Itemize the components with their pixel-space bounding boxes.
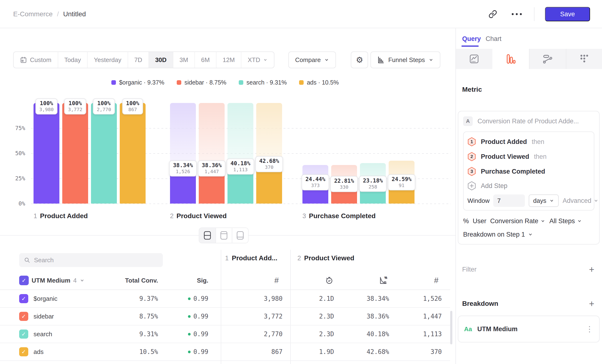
table-only-icon — [236, 231, 244, 240]
legend-label: ads · 10.5% — [307, 79, 339, 86]
report-tab-insights[interactable] — [456, 49, 492, 69]
tab-chart[interactable]: Chart — [486, 32, 501, 45]
row-step1-count: 3,772 — [237, 313, 283, 320]
measure-user[interactable]: User — [473, 217, 486, 225]
legend-item-organic[interactable]: $organic · 9.37% — [111, 79, 164, 86]
bar-sidebar-step1[interactable]: 100%3,772 — [62, 103, 88, 203]
row-step2-pct: 38.36% — [341, 313, 389, 320]
kebab-menu-icon[interactable]: ⋮ — [586, 324, 593, 334]
bar-ads-step1[interactable]: 100%867 — [120, 103, 146, 203]
bar-sidebar-step3[interactable]: 22.81%330 — [331, 103, 357, 203]
bar-search-step1[interactable]: 100%2,770 — [91, 103, 117, 203]
chevron-down-icon — [324, 57, 329, 63]
range-7d[interactable]: 7D — [128, 52, 149, 68]
report-tab-funnels[interactable] — [492, 49, 529, 69]
legend-item-search[interactable]: search · 9.31% — [239, 79, 287, 86]
hash-icon[interactable]: # — [434, 276, 439, 285]
conversion-rate-select[interactable]: Conversion Rate — [490, 217, 546, 225]
legend-item-ads[interactable]: ads · 10.5% — [299, 79, 339, 86]
add-breakdown-button[interactable]: + — [589, 299, 594, 308]
row-checkbox[interactable]: ✓ — [19, 347, 28, 356]
bar-value-chip: 100%3,980 — [35, 98, 57, 115]
bar-organic-step3[interactable]: 24.44%373 — [302, 103, 328, 203]
total-conv-header[interactable]: Total Conv. — [110, 277, 158, 284]
view-toggle-split-horizontal[interactable] — [199, 228, 215, 243]
row-checkbox[interactable]: ✓ — [19, 294, 28, 303]
query-step-3[interactable]: 3Purchase Completed — [467, 164, 590, 179]
bar-ads-step2[interactable]: 42.68%370 — [256, 103, 282, 203]
add-filter-button[interactable]: + — [589, 265, 594, 274]
range-label: XTD — [247, 56, 260, 64]
bar-search-step3[interactable]: 23.18%258 — [360, 103, 386, 203]
range-3m[interactable]: 3M — [173, 52, 194, 68]
breakdown-column-header[interactable]: ✓ UTM Medium 4 — [19, 276, 85, 285]
range-30d[interactable]: 30D — [149, 52, 173, 68]
funnel-steps-card: 1Product Addedthen2Product Viewedthen3Pu… — [463, 131, 594, 211]
metric-title-row[interactable]: A Conversion Rate of Product Adde... — [463, 116, 594, 127]
range-today[interactable]: Today — [58, 52, 87, 68]
window-value-input[interactable] — [493, 194, 525, 207]
all-steps-select[interactable]: All Steps — [549, 217, 582, 225]
bar-sidebar-step2[interactable]: 38.36%1,447 — [199, 103, 225, 203]
view-toggle-chart-only[interactable] — [215, 228, 232, 243]
conversion-chart-icon[interactable]: % — [379, 276, 387, 285]
bar-count: 2,770 — [97, 107, 111, 112]
breadcrumb-current[interactable]: Untitled — [63, 10, 86, 18]
table-scrollbar[interactable] — [450, 311, 452, 344]
query-step-2[interactable]: 2Product Viewedthen — [467, 149, 590, 164]
copy-link-icon[interactable] — [486, 7, 500, 21]
bar-organic-step2[interactable]: 38.34%1,526 — [170, 103, 196, 203]
breakdown-on-step-select[interactable]: Breakdown on Step 1 — [463, 230, 594, 239]
range-label: 12M — [223, 56, 235, 64]
advanced-toggle[interactable]: Advanced — [562, 197, 598, 204]
query-step-1[interactable]: 1Product Addedthen — [467, 134, 590, 149]
chart-settings-button[interactable]: ⚙ — [351, 52, 368, 68]
range-12m[interactable]: 12M — [216, 52, 241, 68]
chevron-down-icon — [593, 198, 599, 203]
sig-value: 0.99 — [193, 348, 208, 355]
bar-search-step2[interactable]: 40.18%1,113 — [227, 103, 253, 203]
range-6m[interactable]: 6M — [194, 52, 216, 68]
save-button[interactable]: Save — [545, 7, 590, 21]
table-header-row: ✓ UTM Medium 4 Total Conv. Sig. # % # — [0, 271, 450, 290]
view-toggle-table-only[interactable] — [232, 228, 248, 243]
bar-value-chip: 100%3,772 — [64, 98, 86, 115]
compare-button[interactable]: Compare — [288, 52, 336, 68]
more-options-icon[interactable] — [510, 7, 524, 21]
solid-bar — [120, 103, 146, 203]
bar-ads-step3[interactable]: 24.59%91 — [389, 103, 415, 203]
add-step-button[interactable]: Add Step — [467, 179, 590, 193]
report-tab-retention[interactable] — [566, 49, 602, 69]
date-range-toolbar: CustomTodayYesterday7D30D3M6M12MXTD Comp… — [13, 52, 440, 68]
tab-query[interactable]: Query — [462, 32, 481, 45]
chart-type-button[interactable]: Funnel Steps — [370, 52, 440, 68]
add-step-hexagon-icon — [467, 181, 476, 191]
row-total-conv: 9.37% — [110, 295, 158, 302]
window-unit-select[interactable]: days — [529, 194, 559, 207]
select-all-checkbox[interactable]: ✓ — [19, 276, 29, 285]
svg-text:%: % — [385, 276, 387, 279]
legend-label: $organic · 9.37% — [119, 79, 164, 86]
legend-item-sidebar[interactable]: sidebar · 8.75% — [177, 79, 226, 86]
range-yesterday[interactable]: Yesterday — [87, 52, 128, 68]
bar-count: 3,772 — [68, 107, 82, 112]
row-checkbox[interactable]: ✓ — [19, 330, 28, 339]
range-xtd[interactable]: XTD — [241, 52, 274, 68]
bar-organic-step1[interactable]: 100%3,980 — [33, 103, 59, 203]
breadcrumb-parent[interactable]: E-Commerce — [13, 10, 53, 18]
breakdown-item[interactable]: Aa UTM Medium ⋮ — [458, 316, 600, 343]
row-step2-count: 370 — [394, 348, 442, 355]
bar-percent: 100% — [97, 100, 111, 106]
range-custom[interactable]: Custom — [14, 52, 58, 68]
legend-label: sidebar · 8.75% — [184, 79, 226, 86]
search-input[interactable] — [34, 257, 158, 264]
sig-header[interactable]: Sig. — [163, 277, 208, 284]
all-steps-label: All Steps — [549, 217, 575, 225]
hash-icon[interactable]: # — [274, 276, 279, 285]
stopwatch-check-icon[interactable] — [325, 276, 333, 285]
percent-icon: % — [463, 217, 469, 225]
report-tab-flows[interactable] — [529, 49, 566, 69]
breakdown-on-label: Breakdown on Step 1 — [463, 231, 525, 238]
funnel-step-group-1: 100%3,980100%3,772100%2,770100%867 — [33, 103, 146, 203]
row-checkbox[interactable]: ✓ — [19, 312, 28, 321]
